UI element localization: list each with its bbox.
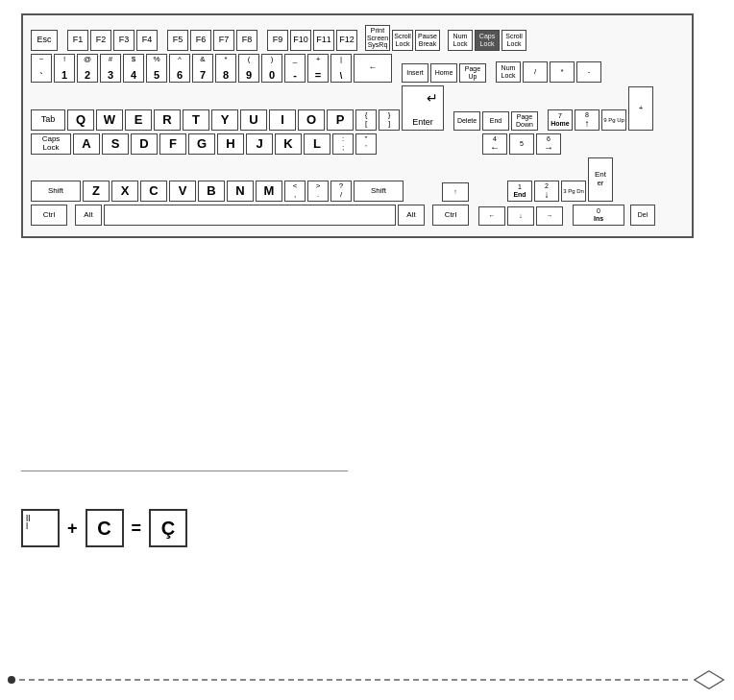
key-q[interactable]: Q <box>67 109 94 131</box>
key-u[interactable]: U <box>240 109 267 131</box>
key-5[interactable]: %5 <box>146 54 167 83</box>
key-end[interactable]: End <box>482 111 509 131</box>
np-enter[interactable]: Enter <box>588 157 613 202</box>
np-7[interactable]: 7Home <box>548 109 573 131</box>
key-f1[interactable]: F1 <box>67 30 88 51</box>
key-semicolon[interactable]: :; <box>332 133 354 155</box>
key-2[interactable]: @2 <box>77 54 98 83</box>
key-1[interactable]: !1 <box>54 54 75 83</box>
key-f9[interactable]: F9 <box>267 30 288 51</box>
key-f10[interactable]: F10 <box>290 30 311 51</box>
key-ctrl-left[interactable]: Ctrl <box>31 205 67 226</box>
key-arrow-left[interactable]: ← <box>478 206 505 226</box>
key-k[interactable]: K <box>275 133 302 155</box>
key-ctrl-right[interactable]: Ctrl <box>432 205 469 226</box>
key-z[interactable]: Z <box>83 181 110 202</box>
key-caps-lock[interactable]: CapsLock <box>31 133 71 155</box>
key-9[interactable]: (9 <box>238 54 259 83</box>
np-multiply[interactable]: * <box>550 61 575 83</box>
np-9[interactable]: 9 Pg Up <box>601 109 626 131</box>
key-s[interactable]: S <box>102 133 129 155</box>
key-shift-right[interactable]: Shift <box>354 181 404 202</box>
key-home[interactable]: Home <box>430 63 457 83</box>
key-7[interactable]: &7 <box>192 54 213 83</box>
key-f8[interactable]: F8 <box>236 30 257 51</box>
key-f3[interactable]: F3 <box>113 30 135 51</box>
key-minus[interactable]: _- <box>284 54 306 83</box>
key-f12[interactable]: F12 <box>336 30 357 51</box>
np-divide[interactable]: / <box>523 61 548 83</box>
key-f7[interactable]: F7 <box>213 30 234 51</box>
key-w[interactable]: W <box>96 109 123 131</box>
key-3[interactable]: #3 <box>100 54 121 83</box>
key-8[interactable]: *8 <box>215 54 236 83</box>
key-shift-left[interactable]: Shift <box>31 181 81 202</box>
key-n[interactable]: N <box>227 181 254 202</box>
key-scroll-lock[interactable]: ScrollLock <box>392 30 413 51</box>
np-3[interactable]: 3 Pg Dn <box>561 181 586 202</box>
key-page-down[interactable]: PageDown <box>511 111 538 131</box>
np-5[interactable]: 5 <box>509 133 534 155</box>
np-6[interactable]: 6→ <box>536 133 561 155</box>
key-arrow-right[interactable]: → <box>536 206 563 226</box>
key-esc[interactable]: Esc <box>31 30 58 51</box>
key-f6[interactable]: F6 <box>190 30 211 51</box>
key-r[interactable]: R <box>154 109 181 131</box>
key-6[interactable]: ^6 <box>169 54 190 83</box>
np-2[interactable]: 2↓ <box>534 181 559 202</box>
key-rbracket[interactable]: }] <box>379 109 400 131</box>
key-f5[interactable]: F5 <box>167 30 188 51</box>
key-f11[interactable]: F11 <box>313 30 334 51</box>
key-delete[interactable]: Delete <box>453 111 480 131</box>
np-8[interactable]: 8↑ <box>575 109 599 131</box>
key-p[interactable]: P <box>327 109 354 131</box>
key-d[interactable]: D <box>131 133 158 155</box>
key-v[interactable]: V <box>169 181 196 202</box>
np-0[interactable]: 0Ins <box>573 205 624 226</box>
key-lbracket[interactable]: {[ <box>355 109 377 131</box>
key-j[interactable]: J <box>246 133 273 155</box>
key-x[interactable]: X <box>111 181 138 202</box>
key-arrow-down[interactable]: ↓ <box>507 206 534 226</box>
key-pause[interactable]: PauseBreak <box>415 30 440 51</box>
key-print-screen[interactable]: PrintScreenSysRq <box>365 25 390 51</box>
key-m[interactable]: M <box>256 181 282 202</box>
np-minus[interactable]: - <box>576 61 601 83</box>
key-y[interactable]: Y <box>211 109 238 131</box>
key-comma[interactable]: <, <box>284 181 306 202</box>
key-4[interactable]: $4 <box>123 54 144 83</box>
key-i[interactable]: I <box>269 109 296 131</box>
key-e[interactable]: E <box>125 109 152 131</box>
key-0[interactable]: )0 <box>261 54 282 83</box>
key-g[interactable]: G <box>188 133 215 155</box>
key-backslash-top[interactable]: |\ <box>330 54 352 83</box>
np-1[interactable]: 1End <box>507 181 532 202</box>
key-alt-right[interactable]: Alt <box>398 205 425 226</box>
np-num-lock[interactable]: NumLock <box>496 61 521 83</box>
key-b[interactable]: B <box>198 181 225 202</box>
key-l[interactable]: L <box>304 133 330 155</box>
key-page-up[interactable]: PageUp <box>459 63 486 83</box>
key-backtick[interactable]: ~` <box>31 54 52 83</box>
key-t[interactable]: T <box>183 109 209 131</box>
key-quote[interactable]: "' <box>355 133 377 155</box>
key-h[interactable]: H <box>217 133 244 155</box>
key-backspace[interactable]: ← <box>354 54 392 83</box>
key-f2[interactable]: F2 <box>90 30 111 51</box>
key-tab[interactable]: Tab <box>31 109 65 131</box>
key-equals[interactable]: += <box>307 54 329 83</box>
key-slash[interactable]: ?/ <box>330 181 352 202</box>
np-plus[interactable]: + <box>628 86 653 131</box>
key-a[interactable]: A <box>73 133 100 155</box>
key-alt-left[interactable]: Alt <box>75 205 102 226</box>
np-4[interactable]: 4← <box>482 133 507 155</box>
key-period[interactable]: >. <box>307 181 329 202</box>
np-decimal[interactable]: Del <box>630 205 655 226</box>
key-o[interactable]: O <box>298 109 325 131</box>
key-arrow-up[interactable]: ↑ <box>442 182 469 202</box>
key-f[interactable]: F <box>159 133 186 155</box>
key-c[interactable]: C <box>140 181 167 202</box>
key-enter[interactable]: ↵ Enter <box>402 85 444 131</box>
key-insert[interactable]: Insert <box>402 63 428 83</box>
key-space[interactable] <box>104 205 396 226</box>
